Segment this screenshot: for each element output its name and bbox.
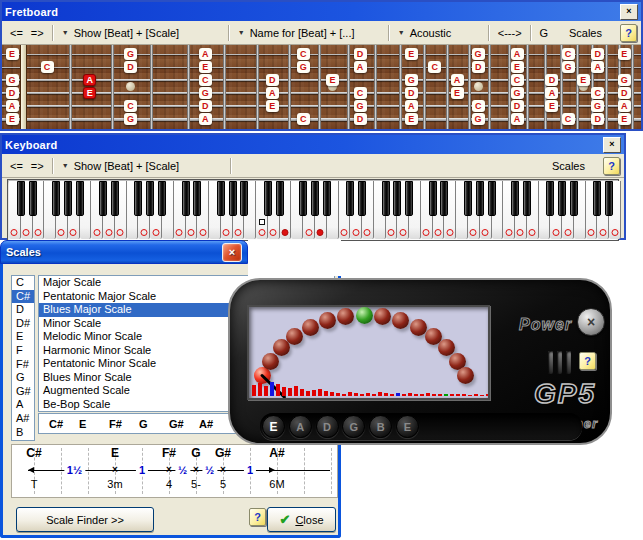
scale-note-label[interactable]: D bbox=[6, 87, 19, 99]
piano-keyboard[interactable] bbox=[7, 179, 619, 241]
scale-note-label[interactable]: D bbox=[472, 61, 485, 73]
string-button-E-0[interactable]: E bbox=[262, 415, 285, 438]
black-key[interactable] bbox=[440, 181, 448, 216]
scale-note-label[interactable]: C bbox=[297, 113, 310, 125]
black-key[interactable] bbox=[276, 181, 284, 216]
scales-button[interactable]: Scales bbox=[548, 159, 589, 173]
string-button-E-5[interactable]: E bbox=[396, 415, 419, 438]
range-button[interactable]: <---> bbox=[494, 26, 526, 40]
black-key[interactable] bbox=[593, 181, 601, 216]
scale-note-label[interactable]: G bbox=[591, 100, 604, 112]
name-dropdown[interactable]: ▼ Name for [Beat] + [...] bbox=[234, 26, 384, 40]
scale-note-label[interactable]: D bbox=[354, 113, 367, 125]
root-item-F#[interactable]: F# bbox=[12, 358, 34, 372]
scale-note-label[interactable]: E bbox=[6, 48, 19, 60]
black-key[interactable] bbox=[111, 181, 119, 216]
scale-note-label[interactable]: G bbox=[472, 48, 485, 60]
scale-note-label[interactable]: C bbox=[41, 61, 54, 73]
scale-note-label[interactable]: A bbox=[266, 87, 279, 99]
black-key[interactable] bbox=[311, 181, 319, 216]
scale-note-label[interactable]: D bbox=[354, 48, 367, 60]
black-key[interactable] bbox=[429, 181, 437, 216]
black-key[interactable] bbox=[299, 181, 307, 216]
scale-note-label[interactable]: E bbox=[451, 87, 464, 99]
black-key[interactable] bbox=[240, 181, 248, 216]
scale-note-label[interactable]: A bbox=[199, 48, 212, 60]
scale-note-label[interactable]: G bbox=[405, 74, 418, 86]
keyboard-titlebar[interactable]: Keyboard × bbox=[2, 135, 624, 154]
scale-note-label[interactable]: D bbox=[511, 100, 524, 112]
black-key[interactable] bbox=[523, 181, 531, 216]
scale-note-label[interactable]: C bbox=[297, 48, 310, 60]
black-key[interactable] bbox=[382, 181, 390, 216]
scale-note-label[interactable]: D bbox=[591, 113, 604, 125]
help-icon[interactable]: ? bbox=[603, 157, 620, 175]
scale-note-label[interactable]: D bbox=[266, 74, 279, 86]
root-item-G#[interactable]: G# bbox=[12, 385, 34, 399]
black-key[interactable] bbox=[405, 181, 413, 216]
scale-note-label[interactable]: G bbox=[472, 113, 485, 125]
scale-note-label[interactable]: G bbox=[511, 87, 524, 99]
help-icon[interactable]: ? bbox=[620, 24, 637, 42]
black-key[interactable] bbox=[146, 181, 154, 216]
scale-note-label[interactable]: G bbox=[562, 61, 575, 73]
scale-note-label[interactable]: G bbox=[124, 113, 137, 125]
scale-note-label[interactable]: E bbox=[618, 48, 631, 60]
close-icon[interactable]: × bbox=[620, 4, 638, 20]
scale-note-label[interactable]: E bbox=[405, 113, 418, 125]
black-key[interactable] bbox=[229, 181, 237, 216]
black-key[interactable] bbox=[393, 181, 401, 216]
scale-note-label[interactable]: G bbox=[618, 74, 631, 86]
fretboard-neck[interactable]: EGACDEGACDECDEGACDEGAGACDEGACDEGDEGACDEG… bbox=[2, 45, 641, 129]
forward-button[interactable]: => bbox=[27, 159, 48, 173]
scale-note-label[interactable]: A bbox=[511, 48, 524, 60]
scale-note-label[interactable]: E bbox=[266, 100, 279, 112]
black-key[interactable] bbox=[64, 181, 72, 216]
scale-note-label[interactable]: E bbox=[405, 48, 418, 60]
black-key[interactable] bbox=[193, 181, 201, 216]
scale-note-label[interactable]: A bbox=[545, 87, 558, 99]
show-dropdown[interactable]: ▼ Show [Beat] + [Scale] bbox=[58, 26, 224, 40]
black-key[interactable] bbox=[52, 181, 60, 216]
black-key[interactable] bbox=[182, 181, 190, 216]
scale-note-label[interactable]: E bbox=[199, 61, 212, 73]
root-note-list[interactable]: CC#DD#EFF#GG#AA#B bbox=[11, 275, 35, 441]
black-key[interactable] bbox=[217, 181, 225, 216]
power-button[interactable]: × bbox=[577, 308, 605, 336]
scale-note-label[interactable]: D bbox=[124, 61, 137, 73]
key-indicator[interactable]: G bbox=[536, 26, 553, 40]
forward-button[interactable]: => bbox=[27, 26, 48, 40]
root-item-E[interactable]: E bbox=[12, 330, 34, 344]
root-item-C#[interactable]: C# bbox=[12, 290, 34, 304]
scale-note-label[interactable]: D bbox=[199, 100, 212, 112]
beat-note-label[interactable]: E bbox=[83, 87, 96, 99]
back-button[interactable]: <= bbox=[6, 26, 27, 40]
close-icon[interactable]: × bbox=[222, 243, 242, 262]
scale-note-label[interactable]: E bbox=[511, 61, 524, 73]
scale-note-label[interactable]: C bbox=[124, 100, 137, 112]
scale-note-label[interactable]: D bbox=[618, 87, 631, 99]
black-key[interactable] bbox=[323, 181, 331, 216]
scale-note-label[interactable]: A bbox=[199, 113, 212, 125]
black-key[interactable] bbox=[570, 181, 578, 216]
string-button-D-2[interactable]: D bbox=[316, 415, 339, 438]
root-item-G[interactable]: G bbox=[12, 371, 34, 385]
black-key[interactable] bbox=[99, 181, 107, 216]
scale-note-label[interactable]: E bbox=[545, 100, 558, 112]
scale-note-label[interactable]: E bbox=[618, 113, 631, 125]
close-button[interactable]: ✔ Close bbox=[267, 507, 336, 532]
help-icon[interactable]: ? bbox=[249, 508, 266, 526]
black-key[interactable] bbox=[264, 181, 272, 216]
scale-note-label[interactable]: G bbox=[199, 87, 212, 99]
scale-note-label[interactable]: A bbox=[354, 61, 367, 73]
scale-note-label[interactable]: A bbox=[618, 100, 631, 112]
instrument-dropdown[interactable]: ▼ Acoustic bbox=[394, 26, 484, 40]
show-dropdown[interactable]: ▼ Show [Beat] + [Scale] bbox=[58, 159, 226, 173]
scale-note-label[interactable]: A bbox=[591, 61, 604, 73]
help-icon[interactable]: ? bbox=[579, 352, 596, 370]
black-key[interactable] bbox=[476, 181, 484, 216]
black-key[interactable] bbox=[464, 181, 472, 216]
root-item-C[interactable]: C bbox=[12, 276, 34, 290]
black-key[interactable] bbox=[17, 181, 25, 216]
scale-note-label[interactable]: C bbox=[354, 87, 367, 99]
